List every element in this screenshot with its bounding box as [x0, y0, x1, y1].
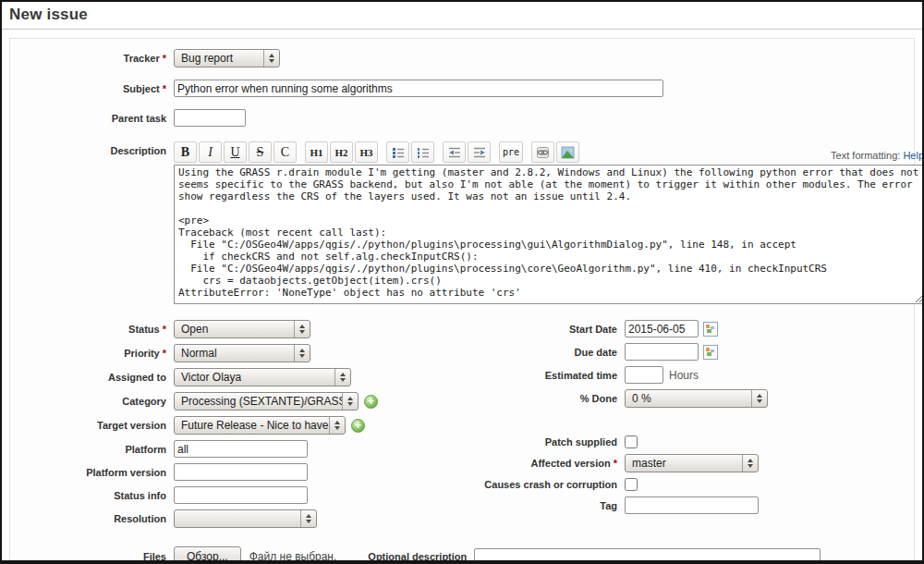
- image-icon: [561, 146, 575, 159]
- tracker-row: Tracker* Bug report: [17, 49, 907, 67]
- status-info-input[interactable]: [174, 486, 308, 504]
- tracker-label: Tracker*: [17, 52, 166, 65]
- indent-icon: [473, 146, 486, 159]
- code-button[interactable]: C: [274, 141, 297, 163]
- due-date-row: Due date: [462, 343, 907, 361]
- category-label: Category: [17, 395, 166, 408]
- tag-input[interactable]: [625, 497, 759, 514]
- parent-task-row: Parent task: [17, 109, 907, 127]
- platform-row: Platform: [17, 440, 462, 458]
- status-select[interactable]: Open: [174, 320, 310, 338]
- done-ratio-row: % Done 0 %: [462, 389, 907, 408]
- select-arrows-icon: [742, 455, 758, 472]
- subject-label: Subject*: [17, 82, 166, 95]
- estimated-time-input[interactable]: [625, 366, 663, 384]
- resolution-row: Resolution: [17, 509, 462, 528]
- tag-label: Tag: [462, 499, 617, 512]
- new-issue-form: Tracker* Bug report Subject* Parent task…: [9, 38, 915, 564]
- add-version-icon[interactable]: +: [351, 419, 365, 433]
- subject-row: Subject*: [17, 80, 907, 97]
- outdent-icon: [448, 146, 461, 159]
- estimated-time-label: Estimated time: [462, 369, 617, 382]
- text-formatting-hint: Text formatting: Help: [831, 150, 924, 163]
- resolution-select[interactable]: [174, 509, 317, 528]
- indent-button[interactable]: [468, 141, 491, 163]
- target-version-select[interactable]: Future Release - Nice to have: [174, 416, 346, 435]
- causes-crash-row: Causes crash or corruption: [462, 478, 907, 491]
- underline-button[interactable]: U: [224, 141, 247, 163]
- new-issue-page: { "page": { "title": "New issue" }, "too…: [0, 0, 924, 564]
- attributes-left-column: Status* Open Priority* Normal Assigned t…: [17, 320, 462, 533]
- platform-input[interactable]: [174, 440, 308, 458]
- image-button[interactable]: [556, 141, 579, 163]
- causes-crash-checkbox[interactable]: [625, 478, 638, 491]
- heading3-button[interactable]: H3: [355, 141, 378, 163]
- description-label: Description: [17, 139, 166, 157]
- select-arrows-icon: [334, 369, 350, 386]
- no-file-selected-text: Файл не выбран.: [249, 550, 337, 563]
- heading2-button[interactable]: H2: [330, 141, 353, 163]
- assigned-to-select[interactable]: Victor Olaya: [174, 368, 351, 386]
- affected-version-label: Affected version*: [462, 457, 617, 470]
- category-select[interactable]: Processing (SEXTANTE)/GRASS: [174, 392, 359, 411]
- description-editor: B I U S C H1 H2 H3: [174, 139, 924, 308]
- status-label: Status*: [17, 323, 166, 336]
- italic-button[interactable]: I: [199, 141, 222, 163]
- files-row: Files Обзор... Файл не выбран. Optional …: [17, 546, 907, 564]
- files-label: Files: [17, 551, 166, 562]
- link-button[interactable]: [531, 141, 554, 163]
- select-arrows-icon: [263, 50, 279, 67]
- done-ratio-select[interactable]: 0 %: [625, 389, 768, 408]
- done-ratio-label: % Done: [462, 392, 617, 405]
- ordered-list-button[interactable]: [411, 141, 434, 163]
- select-arrows-icon: [329, 417, 345, 434]
- link-icon: [536, 146, 550, 159]
- unordered-list-button[interactable]: [386, 141, 409, 163]
- optional-description-label: Optional description: [368, 551, 467, 562]
- estimated-time-row: Estimated time Hours: [462, 366, 907, 384]
- affected-version-row: Affected version* master: [462, 454, 907, 472]
- tracker-select[interactable]: Bug report: [174, 49, 280, 67]
- platform-version-label: Platform version: [17, 466, 166, 479]
- description-textarea[interactable]: Using the GRASS r.drain module I'm getti…: [174, 165, 924, 304]
- strikethrough-button[interactable]: S: [249, 141, 272, 163]
- target-version-label: Target version: [17, 419, 166, 432]
- start-date-label: Start Date: [462, 323, 617, 336]
- platform-version-input[interactable]: [174, 463, 308, 481]
- resolution-label: Resolution: [17, 512, 166, 525]
- priority-select[interactable]: Normal: [174, 344, 310, 362]
- description-row: Description B I U S C H1 H2 H3: [17, 139, 907, 308]
- formatting-toolbar: B I U S C H1 H2 H3: [174, 139, 924, 163]
- hours-suffix: Hours: [669, 369, 699, 382]
- bullet-list-icon: [392, 146, 405, 159]
- add-category-icon[interactable]: +: [364, 395, 378, 409]
- browse-button[interactable]: Обзор...: [174, 546, 241, 564]
- assigned-to-label: Assigned to: [17, 371, 166, 384]
- status-info-label: Status info: [17, 489, 166, 502]
- outdent-button[interactable]: [443, 141, 466, 163]
- calendar-icon[interactable]: [703, 345, 718, 360]
- target-version-row: Target version Future Release - Nice to …: [17, 416, 462, 435]
- platform-label: Platform: [17, 443, 166, 456]
- due-date-input[interactable]: [625, 343, 699, 361]
- attributes-right-column: Start Date Due date: [462, 320, 907, 533]
- assigned-to-row: Assigned to Victor Olaya: [17, 368, 462, 386]
- due-date-label: Due date: [462, 346, 617, 359]
- select-arrows-icon: [294, 345, 310, 362]
- parent-task-input[interactable]: [174, 109, 246, 127]
- formatting-help-link[interactable]: Help: [903, 150, 924, 161]
- calendar-icon[interactable]: [703, 322, 718, 337]
- patch-supplied-checkbox[interactable]: [625, 435, 638, 448]
- status-info-row: Status info: [17, 486, 462, 504]
- start-date-input[interactable]: [625, 320, 699, 337]
- affected-version-select[interactable]: master: [625, 454, 759, 472]
- optional-description-input[interactable]: [474, 548, 821, 564]
- heading1-button[interactable]: H1: [305, 141, 328, 163]
- select-arrows-icon: [300, 510, 316, 527]
- select-arrows-icon: [342, 393, 358, 410]
- numbered-list-icon: [417, 146, 430, 159]
- platform-version-row: Platform version: [17, 463, 462, 481]
- bold-button[interactable]: B: [174, 141, 197, 163]
- preformatted-button[interactable]: pre: [499, 141, 523, 163]
- subject-input[interactable]: [174, 80, 663, 97]
